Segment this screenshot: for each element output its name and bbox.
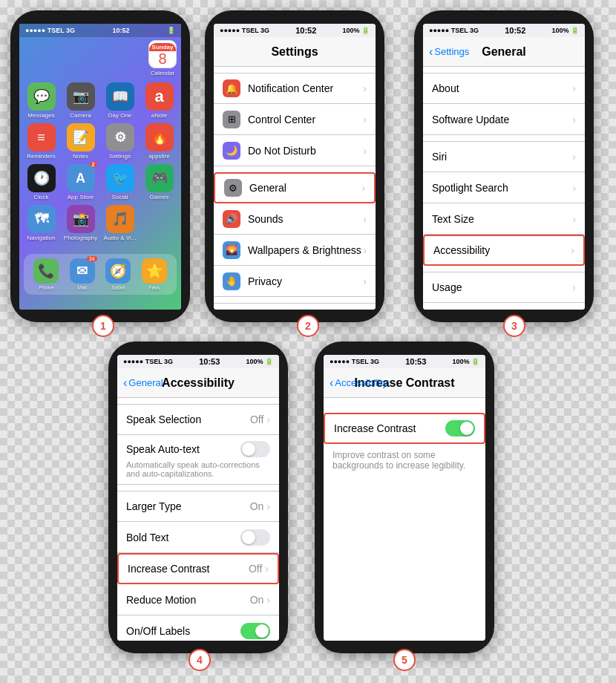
chevron-sw: › — [572, 114, 576, 125]
carrier-1: ●●●●● TSEL 3G — [25, 27, 75, 34]
larger-type-label: Larger Type — [126, 500, 250, 512]
notification-center-label: Notification Center — [248, 82, 363, 94]
wallpaper-label: Wallpapers & Brightness — [248, 244, 363, 256]
privacy-row[interactable]: 🤚 Privacy › — [214, 266, 376, 297]
chevron-icon-7: › — [363, 275, 367, 287]
usage-label: Usage — [432, 281, 572, 293]
reduce-motion-row[interactable]: Reduce Motion On › — [117, 584, 279, 615]
spotlight-row[interactable]: Spotlight Search › — [423, 172, 585, 203]
general-icon: ⚙ — [224, 179, 242, 197]
wallpaper-row[interactable]: 🌄 Wallpapers & Brightness › — [214, 235, 376, 266]
accessibility-label: Accessibility — [433, 244, 571, 256]
larger-type-value: On — [250, 500, 264, 512]
text-size-row[interactable]: Text Size › — [423, 203, 585, 235]
back-button-4[interactable]: ‹ General — [123, 376, 163, 390]
usage-row[interactable]: Usage › — [423, 272, 585, 303]
on-off-labels-toggle[interactable] — [240, 623, 270, 639]
sounds-label: Sounds — [248, 213, 363, 225]
settings-section-general: ⚙ General › 🔊 Sounds › 🌄 Wallpapers & Br… — [214, 172, 376, 297]
navigation-app[interactable]: 🗺 Navigation — [24, 205, 59, 241]
settings-app[interactable]: ⚙ Settings — [102, 123, 137, 160]
general-row[interactable]: ⚙ General › — [214, 172, 376, 203]
contrast-section: Increase Contrast — [324, 413, 485, 444]
settings-nav-title: Settings — [271, 45, 318, 59]
reduce-motion-label: Reduce Motion — [126, 594, 250, 606]
phone-dock-app[interactable]: 📞 Phone — [33, 258, 59, 290]
audio-app[interactable]: 🎵 Audio & Vi... — [102, 205, 137, 241]
chevron-icon-2: › — [363, 114, 367, 125]
on-off-labels-row[interactable]: On/Off Labels — [117, 615, 279, 641]
increase-contrast-toggle-row[interactable]: Increase Contrast — [324, 413, 485, 444]
chevron-icon-5: › — [363, 213, 367, 225]
back-button-3[interactable]: ‹ Settings — [429, 45, 469, 59]
icloud-row[interactable]: ☁ iCloud › — [214, 303, 376, 310]
increase-contrast-label: Increase Contrast — [128, 563, 249, 575]
battery-4: 100% 🔋 — [246, 358, 273, 365]
bold-text-toggle[interactable] — [240, 529, 270, 546]
bold-text-label: Bold Text — [126, 532, 240, 543]
contrast-nav-bar: ‹ Accessibility Increase Contrast — [324, 368, 485, 398]
chevron-icon: › — [363, 82, 367, 94]
step-5: 5 — [393, 649, 416, 671]
control-center-row[interactable]: ⊞ Control Center › — [214, 104, 376, 135]
bg-refresh-row[interactable]: Background App Refresh › — [423, 303, 585, 310]
notification-center-row[interactable]: 🔔 Notification Center › — [214, 73, 376, 104]
accessibility-row[interactable]: Accessibility › — [423, 235, 585, 266]
settings-section-icloud: ☁ iCloud › ✉ Mail, Contacts, Calendars ›… — [214, 303, 376, 310]
anote-app[interactable]: a aNote — [142, 82, 177, 119]
chevron-reduce-motion: › — [266, 594, 270, 606]
chevron-usage: › — [572, 281, 576, 293]
speak-auto-row[interactable]: Speak Auto-text Automatically speak auto… — [117, 435, 279, 485]
time-4: 10:53 — [199, 357, 220, 366]
appstore-app[interactable]: A 2 App Store — [63, 164, 98, 200]
messages-app[interactable]: 💬 Messages — [24, 82, 59, 119]
phone-2: ●●●●● TSEL 3G 10:52 100% 🔋 Settings 🔔 No… — [205, 10, 384, 322]
increase-contrast-toggle[interactable] — [445, 420, 475, 437]
phone-2-screen: ●●●●● TSEL 3G 10:52 100% 🔋 Settings 🔔 No… — [214, 24, 376, 310]
speak-selection-row[interactable]: Speak Selection Off › — [117, 404, 279, 435]
siri-row[interactable]: Siri › — [423, 141, 585, 172]
step-4: 4 — [189, 649, 211, 671]
safari-dock-app[interactable]: 🧭 Safari — [105, 258, 131, 290]
speak-auto-label: Speak Auto-text — [126, 443, 235, 455]
favs-dock-app[interactable]: ⭐ Favs — [142, 258, 167, 290]
social-app[interactable]: 🐦 Social — [102, 164, 137, 200]
phone-1-screen: ●●●●● TSEL 3G 10:52 🔋 Sunday 8 Calendar … — [19, 24, 181, 310]
dnd-icon: 🌙 — [223, 142, 240, 160]
settings-section-notifications: 🔔 Notification Center › ⊞ Control Center… — [214, 73, 376, 166]
mail-dock-app[interactable]: ✉ 34 Mail — [70, 258, 95, 290]
back-button-5[interactable]: ‹ Accessibility — [330, 376, 387, 390]
on-off-labels-label: On/Off Labels — [126, 625, 240, 637]
sounds-row[interactable]: 🔊 Sounds › — [214, 203, 376, 235]
reminders-app[interactable]: ≡ Reminders — [24, 123, 59, 160]
phone-5-screen: ●●●●● TSEL 3G 10:53 100% 🔋 ‹ Accessibili… — [324, 355, 485, 641]
phone-4: ●●●●● TSEL 3G 10:53 100% 🔋 ‹ General Acc… — [108, 342, 288, 653]
increase-contrast-value: Off — [249, 563, 262, 575]
contrast-list: Increase Contrast Improve contrast on so… — [324, 398, 485, 641]
appsfire-app[interactable]: 🔥 appsfire — [142, 123, 177, 160]
back-chevron-5: ‹ — [330, 376, 333, 390]
increase-contrast-row[interactable]: Increase Contrast Off › — [117, 553, 279, 584]
back-chevron-4: ‹ — [123, 376, 127, 390]
games-app[interactable]: 🎮 Games — [142, 164, 177, 200]
photography-app[interactable]: 📸 Photography — [63, 205, 98, 241]
software-update-row[interactable]: Software Update › — [423, 104, 585, 135]
speak-auto-toggle[interactable] — [240, 441, 270, 457]
bold-text-row[interactable]: Bold Text — [117, 522, 279, 553]
dayone-app[interactable]: 📖 Day One — [102, 82, 137, 119]
general-section-usage: Usage › Background App Refresh › — [423, 272, 585, 310]
status-bar-2: ●●●●● TSEL 3G 10:52 100% 🔋 — [214, 24, 376, 37]
notes-app[interactable]: 📝 Notes — [63, 123, 98, 160]
camera-app[interactable]: 📷 Camera — [63, 82, 98, 119]
carrier-2: ●●●●● TSEL 3G — [220, 27, 269, 34]
status-bar-4: ●●●●● TSEL 3G 10:53 100% 🔋 — [117, 355, 279, 368]
clock-app[interactable]: 🕐 Clock — [24, 164, 59, 200]
step-3: 3 — [503, 315, 525, 337]
sounds-icon: 🔊 — [223, 210, 240, 228]
about-row[interactable]: About › — [423, 73, 585, 104]
larger-type-row[interactable]: Larger Type On › — [117, 491, 279, 522]
accessibility-nav-title: Accessibility — [162, 376, 235, 390]
phone-4-screen: ●●●●● TSEL 3G 10:53 100% 🔋 ‹ General Acc… — [117, 355, 279, 641]
calendar-app[interactable]: Sunday 8 Calendar — [148, 40, 177, 76]
dnd-row[interactable]: 🌙 Do Not Disturb › — [214, 135, 376, 166]
